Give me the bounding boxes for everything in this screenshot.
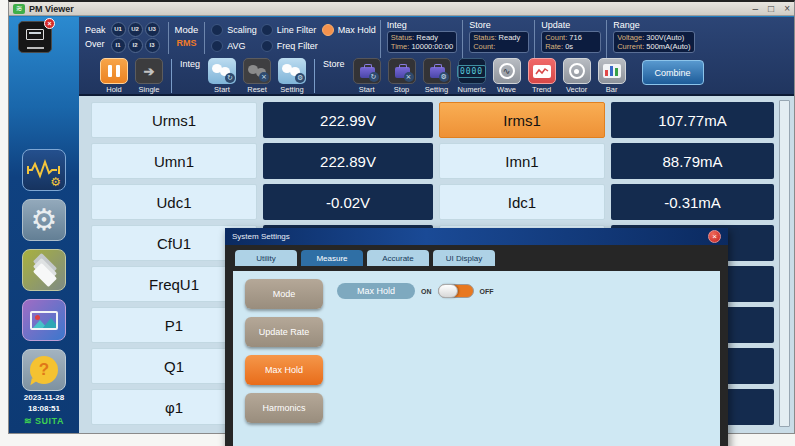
wave-view-button[interactable]: ∿ Wave — [492, 58, 522, 94]
menu-item-update-rate[interactable]: Update Rate — [245, 317, 323, 347]
integ-group-label: Integ — [180, 59, 200, 69]
vector-gauge-icon — [563, 58, 591, 84]
table-row: Urms1 222.99V Irms1 107.77mA — [91, 102, 774, 138]
menu-item-max-hold[interactable]: Max Hold — [245, 355, 323, 385]
tab-ui-display[interactable]: UI Display — [433, 250, 495, 266]
measure-label-idc1[interactable]: Idc1 — [439, 184, 605, 220]
freq-filter-indicator-icon — [261, 40, 273, 52]
toolbar: Peak Over U1 U2 U3 I1 I2 I3 Mode RMS — [79, 17, 794, 96]
store-start-button[interactable]: ↻ Start — [352, 58, 382, 94]
dialog-close-button[interactable]: × — [708, 230, 721, 243]
close-button[interactable]: × — [784, 3, 790, 15]
measure-value-urms1: 222.99V — [263, 102, 433, 138]
vertical-scrollbar[interactable] — [779, 100, 790, 427]
line-filter-toggle[interactable]: Line Filter — [261, 22, 318, 38]
toggle-on-label: ON — [421, 288, 432, 295]
gear-badge-icon: ⚙ — [50, 176, 61, 188]
image-icon — [30, 311, 58, 330]
arrow-right-icon: ➔ — [135, 58, 163, 84]
status-time: 18:08:51 — [9, 403, 79, 414]
measure-value-imn1: 88.79mA — [611, 143, 774, 179]
max-hold-switch[interactable] — [438, 284, 474, 298]
sidebar-item-screenshot[interactable] — [22, 299, 66, 341]
sidebar: × ⚙ ⚙ — [9, 17, 79, 433]
integ-status-section: Integ Status: Ready Time: 10000:00:00 — [380, 20, 462, 58]
dialog-content: Mode Update Rate Max Hold Harmonics Max … — [233, 271, 720, 446]
menu-item-mode[interactable]: Mode — [245, 279, 323, 309]
store-status-section: Store Status: Ready Count: — [462, 20, 534, 58]
mode-value: RMS — [175, 36, 199, 51]
sidebar-item-settings[interactable]: ⚙ — [22, 199, 66, 241]
measure-label-udc1[interactable]: Udc1 — [91, 184, 257, 220]
pause-icon — [100, 58, 128, 84]
table-row: Umn1 222.89V Imn1 88.79mA — [91, 143, 774, 179]
combine-button[interactable]: Combine — [642, 60, 704, 85]
brand-logo: ≋ SUITA — [9, 416, 79, 427]
tab-accurate[interactable]: Accurate — [367, 250, 429, 266]
sidebar-item-layers[interactable] — [22, 249, 66, 291]
measure-label-umn1[interactable]: Umn1 — [91, 143, 257, 179]
maximize-button[interactable]: □ — [768, 3, 774, 15]
peak-indicator-i2: I2 — [128, 38, 143, 53]
disconnected-badge-icon: × — [44, 18, 55, 29]
store-setting-button[interactable]: ⚙ Setting — [422, 58, 452, 94]
measure-label-irms1-selected[interactable]: Irms1 — [439, 102, 605, 138]
measure-label-imn1[interactable]: Imn1 — [439, 143, 605, 179]
bar-view-button[interactable]: Bar — [597, 58, 627, 94]
bar-chart-icon — [598, 58, 626, 84]
status-date: 2023-11-28 — [9, 392, 79, 403]
measure-value-umn1: 222.89V — [263, 143, 433, 179]
peak-indicator-u1: U1 — [111, 22, 126, 37]
vector-view-button[interactable]: Vector — [562, 58, 592, 94]
sidebar-item-numeric-display[interactable]: ⚙ — [22, 149, 66, 191]
trend-view-button[interactable]: Trend — [527, 58, 557, 94]
measure-value-idc1: -0.31mA — [611, 184, 774, 220]
minimize-button[interactable]: – — [753, 3, 759, 15]
window-title: PM Viewer — [29, 4, 74, 14]
peak-over-indicators: U1 U2 U3 I1 I2 I3 — [111, 22, 162, 54]
help-icon: ? — [30, 356, 58, 384]
system-settings-dialog: System Settings × Utility Measure Accura… — [225, 228, 728, 446]
integ-start-button[interactable]: ↻ Start — [207, 58, 237, 94]
numeric-view-button[interactable]: 0000 Numeric — [457, 58, 487, 94]
avg-toggle[interactable]: AVG — [211, 38, 257, 54]
peak-indicator-i1: I1 — [111, 38, 126, 53]
device-connection-icon[interactable]: × — [18, 21, 52, 53]
measure-label-urms1[interactable]: Urms1 — [91, 102, 257, 138]
scaling-indicator-icon — [211, 24, 223, 36]
briefcase-start-icon: ↻ — [353, 58, 381, 84]
store-stop-button[interactable]: × Stop — [387, 58, 417, 94]
max-hold-setting-label: Max Hold — [337, 283, 415, 299]
update-status-section: Update Count: 716 Rate: 0s — [534, 20, 606, 58]
measure-value-udc1: -0.02V — [263, 184, 433, 220]
menu-item-harmonics[interactable]: Harmonics — [245, 393, 323, 423]
briefcase-stop-icon: × — [388, 58, 416, 84]
single-button[interactable]: ➔ Single — [134, 58, 164, 94]
scaling-toggle[interactable]: Scaling — [211, 22, 257, 38]
scale-reset-icon: × — [243, 58, 271, 84]
integ-reset-button[interactable]: × Reset — [242, 58, 272, 94]
status-row: Peak Over U1 U2 U3 I1 I2 I3 Mode RMS — [85, 19, 792, 57]
scale-start-icon: ↻ — [208, 58, 236, 84]
tab-measure[interactable]: Measure — [301, 250, 363, 266]
freq-filter-toggle[interactable]: Freq Filter — [261, 38, 318, 54]
avg-indicator-icon — [211, 40, 223, 52]
title-bar: ≋ PM Viewer – □ × — [9, 2, 794, 16]
dialog-title-bar: System Settings × — [225, 228, 728, 245]
line-filter-indicator-icon — [261, 24, 273, 36]
max-hold-indicator-icon — [322, 24, 334, 36]
device-screen-icon — [26, 29, 44, 40]
tab-utility[interactable]: Utility — [235, 250, 297, 266]
hold-button[interactable]: Hold — [99, 58, 129, 94]
store-group-label: Store — [323, 59, 345, 69]
sidebar-item-help[interactable]: ? — [22, 349, 66, 391]
table-row: Udc1 -0.02V Idc1 -0.31mA — [91, 184, 774, 220]
action-row: Hold ➔ Single Integ ↻ Start — [99, 58, 792, 96]
integ-setting-button[interactable]: ⚙ Setting — [277, 58, 307, 94]
briefcase-setting-icon: ⚙ — [423, 58, 451, 84]
numeric-display-icon: 0000 — [458, 58, 486, 84]
peak-over-label: Peak Over — [85, 23, 106, 51]
peak-indicator-u3: U3 — [145, 22, 160, 37]
trend-chart-icon — [528, 58, 556, 84]
max-hold-toggle[interactable]: Max Hold — [322, 22, 376, 38]
